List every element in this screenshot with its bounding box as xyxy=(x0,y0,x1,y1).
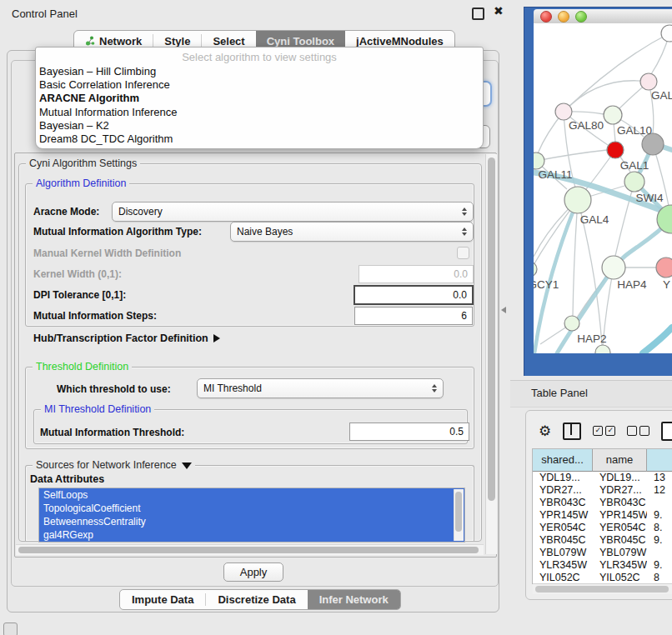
network-node-gal[interactable] xyxy=(640,73,657,90)
attribute-list-item[interactable]: BetweennessCentrality xyxy=(39,515,464,528)
network-edge[interactable] xyxy=(557,219,671,353)
table-cell: YBL079W xyxy=(533,547,593,559)
table-row[interactable]: YDR27...YDR27...12 xyxy=(533,484,672,497)
algorithm-definition-title: Algorithm Definition xyxy=(33,178,129,189)
manual-kernel-checkbox[interactable] xyxy=(457,247,469,259)
dpi-tolerance-value: 0.0 xyxy=(453,289,467,301)
algorithm-option[interactable]: ARACNE Algorithm xyxy=(36,92,483,105)
close-traffic-light-icon[interactable] xyxy=(540,11,552,22)
network-window-titlebar[interactable] xyxy=(534,9,672,24)
table-cell: 8. xyxy=(647,522,672,534)
apply-button[interactable]: Apply xyxy=(223,562,283,582)
which-threshold-label: Which threshold to use: xyxy=(57,383,171,395)
network-canvas[interactable]: GALGAL80GAL10GAL1GAL11SWI4GAL4GCY1HAP4YH… xyxy=(534,23,672,353)
network-node[interactable] xyxy=(595,345,610,353)
network-node-gal4[interactable] xyxy=(564,187,591,213)
zoom-traffic-light-icon[interactable] xyxy=(575,11,587,22)
attribute-list-item[interactable]: gal4RGexp xyxy=(39,528,464,542)
network-node-hap4[interactable] xyxy=(602,256,625,279)
table-horizontal-scrollbar[interactable] xyxy=(533,583,672,594)
network-edge[interactable] xyxy=(643,328,672,353)
table-cell: YLR345W xyxy=(593,559,647,572)
mi-steps-input[interactable]: 6 xyxy=(354,307,473,325)
table-cell: YBR043C xyxy=(533,497,593,509)
algorithm-option[interactable]: Dream8 DC_TDC Algorithm xyxy=(36,132,483,146)
mi-threshold-input[interactable]: 0.5 xyxy=(349,422,469,441)
algorithm-option[interactable]: Basic Correlation Inference xyxy=(36,78,483,92)
network-node-swi4[interactable] xyxy=(624,172,644,192)
vertical-scrollbar-thumb[interactable] xyxy=(488,158,495,501)
network-node[interactable] xyxy=(661,25,672,42)
table-row[interactable]: YDL19...YDL19...13 xyxy=(533,472,672,484)
columns-icon[interactable] xyxy=(563,422,581,440)
network-edge[interactable] xyxy=(536,150,607,161)
network-node-hap2[interactable] xyxy=(564,316,579,331)
column-header-name[interactable]: name xyxy=(593,449,647,472)
table-row[interactable]: YBR045CYBR045C9. xyxy=(533,534,672,547)
table-row[interactable]: YBL079WYBL079W xyxy=(533,547,672,559)
sources-group-title-wrap[interactable]: Sources for Network Inference xyxy=(33,459,195,471)
hub-definition-toggle[interactable]: Hub/Transcription Factor Definition xyxy=(33,332,220,344)
network-node-y[interactable] xyxy=(656,258,672,278)
algorithm-option[interactable]: Bayesian – Hill Climbing xyxy=(36,65,483,78)
gear-icon[interactable]: ⚙ xyxy=(539,422,551,440)
minimized-panel-icon[interactable] xyxy=(3,622,18,635)
table-row[interactable]: YIL052CYIL052C8 xyxy=(533,572,672,584)
aracne-mode-value: Discovery xyxy=(118,206,163,218)
horizontal-scrollbar[interactable] xyxy=(16,544,484,555)
table-cell: YER054C xyxy=(593,522,647,534)
algorithm-option[interactable]: Bayesian – K2 xyxy=(36,119,483,132)
network-node-gal1[interactable] xyxy=(607,142,624,158)
table-cell: 9. xyxy=(647,509,672,522)
aracne-mode-label: Aracne Mode: xyxy=(33,206,99,218)
minimize-traffic-light-icon[interactable] xyxy=(558,11,569,22)
table-panel-title: Table Panel xyxy=(531,387,588,399)
bottom-tab-discretize-data[interactable]: Discretize Data xyxy=(206,590,307,609)
select-all-checkboxes-icon[interactable]: ✓✓ xyxy=(593,426,615,436)
table-horizontal-scrollbar-thumb[interactable] xyxy=(535,586,669,592)
column-header-shared...[interactable]: shared... xyxy=(533,449,593,472)
dpi-tolerance-input[interactable]: 0.0 xyxy=(354,285,474,305)
float-panel-icon[interactable] xyxy=(472,8,484,20)
table-cell: YDL19... xyxy=(533,472,593,484)
panel-splitter-arrow-icon[interactable] xyxy=(501,307,506,313)
table-row[interactable]: YER054CYER054C8. xyxy=(533,522,672,534)
list-scrollbar-thumb[interactable] xyxy=(455,492,462,532)
attribute-list-item[interactable]: TopologicalCoefficient xyxy=(39,502,464,515)
column-header-hidden[interactable] xyxy=(647,449,672,472)
vertical-scrollbar[interactable] xyxy=(485,154,497,554)
table-row[interactable]: YBR043CYBR043C xyxy=(533,497,672,509)
export-table-icon[interactable] xyxy=(661,422,672,441)
kernel-width-input[interactable]: 0.0 xyxy=(359,265,474,283)
network-edge[interactable] xyxy=(564,81,649,112)
network-graph: GALGAL80GAL10GAL1GAL11SWI4GAL4GCY1HAP4YH… xyxy=(534,23,672,353)
bottom-tab-infer-network[interactable]: Infer Network xyxy=(308,590,400,609)
table-row[interactable]: YPR145WYPR145W9. xyxy=(533,509,672,522)
horizontal-scrollbar-thumb[interactable] xyxy=(18,547,479,553)
which-threshold-value: MI Threshold xyxy=(203,382,262,394)
table-cell: 13 xyxy=(647,472,672,484)
bottom-tab-impute-data[interactable]: Impute Data xyxy=(120,590,205,609)
deselect-all-checkboxes-icon[interactable] xyxy=(627,426,649,436)
apply-button-label: Apply xyxy=(240,566,268,578)
network-node-gcy1[interactable] xyxy=(534,262,537,277)
network-node-gal10[interactable] xyxy=(604,106,622,124)
node-table[interactable]: shared...nameYDL19...YDL19...13YDR27...Y… xyxy=(532,448,672,584)
algorithm-option[interactable]: Mutual Information Inference xyxy=(36,106,483,119)
stepper-icon xyxy=(462,228,467,236)
list-scrollbar[interactable] xyxy=(454,489,464,541)
threshold-definition-title: Threshold Definition xyxy=(33,361,132,372)
which-threshold-select[interactable]: MI Threshold xyxy=(197,378,444,398)
stepper-icon xyxy=(432,384,437,392)
manual-kernel-label: Manual Kernel Width Definition xyxy=(33,248,181,259)
data-attributes-list[interactable]: SelfLoopsTopologicalCoefficientBetweenne… xyxy=(38,488,465,542)
network-edge[interactable] xyxy=(573,200,578,316)
table-cell: YBR045C xyxy=(593,534,647,547)
close-icon[interactable]: ✖ xyxy=(494,4,504,18)
table-row[interactable]: YLR345WYLR345W9. xyxy=(533,559,672,572)
attribute-list-item[interactable]: SelfLoops xyxy=(39,488,464,502)
mi-type-select[interactable]: Naive Bayes xyxy=(230,222,474,242)
network-node-label: GAL11 xyxy=(538,168,572,181)
aracne-mode-select[interactable]: Discovery xyxy=(112,202,474,222)
network-node-gal80[interactable] xyxy=(555,103,572,120)
